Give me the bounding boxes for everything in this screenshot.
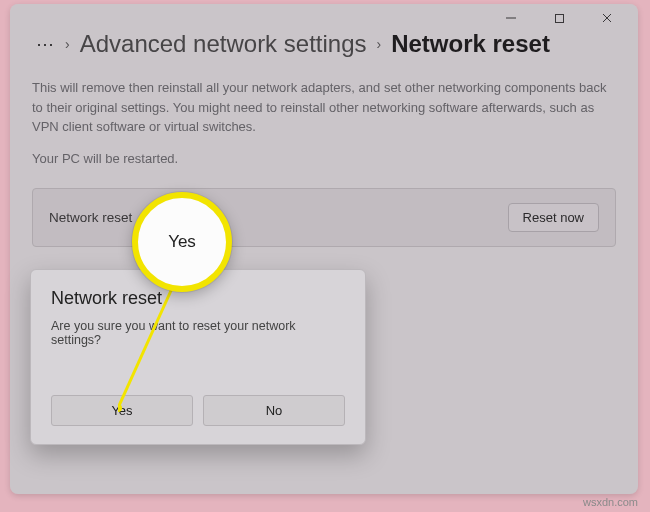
yes-button[interactable]: Yes: [51, 395, 193, 426]
callout-label: Yes: [168, 232, 196, 252]
callout-highlight: Yes: [132, 192, 232, 292]
dialog-actions: Yes No: [51, 395, 345, 426]
confirm-dialog: Network reset Are you sure you want to r…: [30, 269, 366, 445]
watermark: wsxdn.com: [583, 496, 638, 508]
no-button[interactable]: No: [203, 395, 345, 426]
settings-window: ⋯ › Advanced network settings › Network …: [10, 4, 638, 494]
dialog-title: Network reset: [51, 288, 345, 309]
dialog-message: Are you sure you want to reset your netw…: [51, 319, 345, 347]
